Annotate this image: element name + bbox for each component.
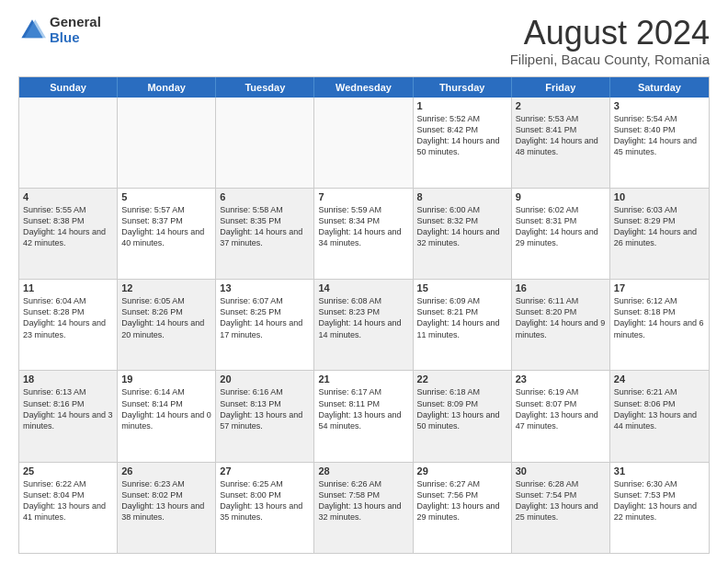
day-number: 11: [23, 282, 113, 293]
calendar-cell-28: 28Sunrise: 6:26 AM Sunset: 7:58 PM Dayli…: [314, 463, 413, 553]
day-header-thursday: Thursday: [414, 77, 512, 98]
day-header-monday: Monday: [118, 77, 216, 98]
calendar-body: 1Sunrise: 5:52 AM Sunset: 8:42 PM Daylig…: [19, 98, 709, 553]
calendar-cell-empty-0-3: [314, 98, 413, 188]
calendar-row-4: 25Sunrise: 6:22 AM Sunset: 8:04 PM Dayli…: [19, 462, 709, 553]
day-number: 16: [516, 282, 606, 293]
cell-daylight-info: Sunrise: 6:16 AM Sunset: 8:13 PM Dayligh…: [220, 386, 310, 431]
calendar: SundayMondayTuesdayWednesdayThursdayFrid…: [18, 76, 710, 554]
cell-daylight-info: Sunrise: 6:11 AM Sunset: 8:20 PM Dayligh…: [516, 295, 606, 340]
calendar-cell-2: 2Sunrise: 5:53 AM Sunset: 8:41 PM Daylig…: [512, 98, 610, 188]
day-number: 12: [121, 282, 211, 293]
calendar-cell-20: 20Sunrise: 6:16 AM Sunset: 8:13 PM Dayli…: [216, 371, 314, 461]
calendar-cell-21: 21Sunrise: 6:17 AM Sunset: 8:11 PM Dayli…: [314, 371, 413, 461]
cell-daylight-info: Sunrise: 6:08 AM Sunset: 8:23 PM Dayligh…: [318, 295, 408, 340]
day-number: 30: [516, 465, 606, 477]
page-header: General Blue August 2024 Filipeni, Bacau…: [18, 15, 710, 67]
cell-daylight-info: Sunrise: 6:03 AM Sunset: 8:29 PM Dayligh…: [614, 204, 705, 249]
calendar-cell-23: 23Sunrise: 6:19 AM Sunset: 8:07 PM Dayli…: [512, 371, 610, 461]
cell-daylight-info: Sunrise: 6:18 AM Sunset: 8:09 PM Dayligh…: [417, 386, 507, 431]
calendar-cell-15: 15Sunrise: 6:09 AM Sunset: 8:21 PM Dayli…: [414, 280, 512, 370]
calendar-cell-3: 3Sunrise: 5:54 AM Sunset: 8:40 PM Daylig…: [610, 98, 709, 188]
calendar-cell-12: 12Sunrise: 6:05 AM Sunset: 8:26 PM Dayli…: [118, 280, 216, 370]
cell-daylight-info: Sunrise: 6:28 AM Sunset: 7:54 PM Dayligh…: [516, 478, 606, 523]
cell-daylight-info: Sunrise: 5:57 AM Sunset: 8:37 PM Dayligh…: [121, 204, 211, 249]
cell-daylight-info: Sunrise: 6:05 AM Sunset: 8:26 PM Dayligh…: [121, 295, 211, 340]
cell-daylight-info: Sunrise: 6:13 AM Sunset: 8:16 PM Dayligh…: [23, 386, 113, 431]
logo-blue-text: Blue: [50, 30, 101, 46]
calendar-row-3: 18Sunrise: 6:13 AM Sunset: 8:16 PM Dayli…: [19, 370, 709, 461]
calendar-cell-18: 18Sunrise: 6:13 AM Sunset: 8:16 PM Dayli…: [19, 371, 118, 461]
calendar-cell-13: 13Sunrise: 6:07 AM Sunset: 8:25 PM Dayli…: [216, 280, 314, 370]
cell-daylight-info: Sunrise: 5:58 AM Sunset: 8:35 PM Dayligh…: [220, 204, 310, 249]
day-number: 19: [121, 373, 211, 385]
cell-daylight-info: Sunrise: 6:07 AM Sunset: 8:25 PM Dayligh…: [220, 295, 310, 340]
day-number: 25: [23, 465, 113, 477]
calendar-cell-17: 17Sunrise: 6:12 AM Sunset: 8:18 PM Dayli…: [610, 280, 709, 370]
day-number: 9: [516, 191, 606, 202]
calendar-cell-8: 8Sunrise: 6:00 AM Sunset: 8:32 PM Daylig…: [414, 189, 512, 279]
cell-daylight-info: Sunrise: 6:30 AM Sunset: 7:53 PM Dayligh…: [614, 478, 705, 523]
day-header-friday: Friday: [512, 77, 610, 98]
calendar-cell-31: 31Sunrise: 6:30 AM Sunset: 7:53 PM Dayli…: [610, 463, 709, 553]
cell-daylight-info: Sunrise: 6:26 AM Sunset: 7:58 PM Dayligh…: [318, 478, 408, 523]
cell-daylight-info: Sunrise: 6:25 AM Sunset: 8:00 PM Dayligh…: [220, 478, 310, 523]
day-number: 29: [417, 465, 507, 477]
calendar-row-1: 4Sunrise: 5:55 AM Sunset: 8:38 PM Daylig…: [19, 188, 709, 279]
day-number: 20: [220, 373, 310, 385]
calendar-cell-4: 4Sunrise: 5:55 AM Sunset: 8:38 PM Daylig…: [19, 189, 118, 279]
calendar-cell-7: 7Sunrise: 5:59 AM Sunset: 8:34 PM Daylig…: [314, 189, 413, 279]
cell-daylight-info: Sunrise: 6:09 AM Sunset: 8:21 PM Dayligh…: [417, 295, 507, 340]
calendar-header: SundayMondayTuesdayWednesdayThursdayFrid…: [19, 77, 709, 98]
calendar-cell-19: 19Sunrise: 6:14 AM Sunset: 8:14 PM Dayli…: [118, 371, 216, 461]
calendar-cell-10: 10Sunrise: 6:03 AM Sunset: 8:29 PM Dayli…: [610, 189, 709, 279]
day-number: 4: [23, 191, 113, 202]
day-number: 8: [417, 191, 507, 202]
calendar-cell-27: 27Sunrise: 6:25 AM Sunset: 8:00 PM Dayli…: [216, 463, 314, 553]
day-number: 3: [614, 100, 705, 111]
day-number: 15: [417, 282, 507, 293]
calendar-cell-25: 25Sunrise: 6:22 AM Sunset: 8:04 PM Dayli…: [19, 463, 118, 553]
day-number: 24: [614, 373, 705, 385]
cell-daylight-info: Sunrise: 6:21 AM Sunset: 8:06 PM Dayligh…: [614, 386, 705, 431]
cell-daylight-info: Sunrise: 6:12 AM Sunset: 8:18 PM Dayligh…: [614, 295, 705, 340]
cell-daylight-info: Sunrise: 5:53 AM Sunset: 8:41 PM Dayligh…: [516, 113, 606, 158]
day-number: 22: [417, 373, 507, 385]
main-title: August 2024: [510, 15, 710, 52]
calendar-cell-11: 11Sunrise: 6:04 AM Sunset: 8:28 PM Dayli…: [19, 280, 118, 370]
day-number: 14: [318, 282, 408, 293]
cell-daylight-info: Sunrise: 6:17 AM Sunset: 8:11 PM Dayligh…: [318, 386, 408, 431]
calendar-cell-14: 14Sunrise: 6:08 AM Sunset: 8:23 PM Dayli…: [314, 280, 413, 370]
cell-daylight-info: Sunrise: 6:23 AM Sunset: 8:02 PM Dayligh…: [121, 478, 211, 523]
logo: General Blue: [18, 15, 101, 45]
day-number: 10: [614, 191, 705, 202]
calendar-cell-empty-0-2: [216, 98, 314, 188]
title-block: August 2024 Filipeni, Bacau County, Roma…: [510, 15, 710, 67]
day-number: 18: [23, 373, 113, 385]
calendar-cell-9: 9Sunrise: 6:02 AM Sunset: 8:31 PM Daylig…: [512, 189, 610, 279]
day-number: 5: [121, 191, 211, 202]
cell-daylight-info: Sunrise: 6:19 AM Sunset: 8:07 PM Dayligh…: [516, 386, 606, 431]
day-number: 17: [614, 282, 705, 293]
calendar-cell-empty-0-0: [19, 98, 118, 188]
day-header-saturday: Saturday: [610, 77, 709, 98]
calendar-cell-24: 24Sunrise: 6:21 AM Sunset: 8:06 PM Dayli…: [610, 371, 709, 461]
day-number: 28: [318, 465, 408, 477]
day-number: 26: [121, 465, 211, 477]
cell-daylight-info: Sunrise: 6:27 AM Sunset: 7:56 PM Dayligh…: [417, 478, 507, 523]
calendar-cell-6: 6Sunrise: 5:58 AM Sunset: 8:35 PM Daylig…: [216, 189, 314, 279]
day-number: 31: [614, 465, 705, 477]
day-header-tuesday: Tuesday: [216, 77, 314, 98]
cell-daylight-info: Sunrise: 6:02 AM Sunset: 8:31 PM Dayligh…: [516, 204, 606, 249]
cell-daylight-info: Sunrise: 5:55 AM Sunset: 8:38 PM Dayligh…: [23, 204, 113, 249]
day-number: 27: [220, 465, 310, 477]
cell-daylight-info: Sunrise: 5:54 AM Sunset: 8:40 PM Dayligh…: [614, 113, 705, 158]
calendar-cell-5: 5Sunrise: 5:57 AM Sunset: 8:37 PM Daylig…: [118, 189, 216, 279]
cell-daylight-info: Sunrise: 5:52 AM Sunset: 8:42 PM Dayligh…: [417, 113, 507, 158]
logo-icon: [18, 17, 46, 44]
cell-daylight-info: Sunrise: 6:14 AM Sunset: 8:14 PM Dayligh…: [121, 386, 211, 431]
day-number: 2: [516, 100, 606, 111]
calendar-cell-1: 1Sunrise: 5:52 AM Sunset: 8:42 PM Daylig…: [414, 98, 512, 188]
logo-general-text: General: [50, 15, 101, 30]
day-number: 23: [516, 373, 606, 385]
